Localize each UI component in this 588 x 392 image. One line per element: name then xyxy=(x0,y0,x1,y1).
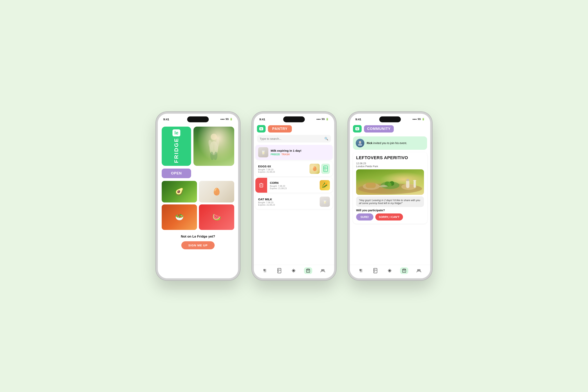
nav-utensils-2[interactable] xyxy=(261,267,269,274)
status-icons-3: ●●● 5G 🔋 xyxy=(412,118,425,120)
avocado-cell: 🥑 xyxy=(162,181,197,202)
watermelon-cell: 🍉 xyxy=(199,204,234,230)
status-icons-1: ●●● 5G 🔋 xyxy=(220,118,233,120)
community-content: Rick invited you to join his event. LEFT… xyxy=(350,135,430,265)
open-button[interactable]: OPEN xyxy=(162,168,191,178)
phones-container: 9:41 ●●● 5G 🔋 le FRIDGE xyxy=(156,112,432,280)
sorry-button[interactable]: SORRY, I CAN'T xyxy=(375,214,403,220)
open-button-row: OPEN xyxy=(162,168,234,178)
search-bar[interactable]: 🔍 xyxy=(257,135,331,142)
avatar-inner xyxy=(356,139,364,148)
notif-message: invited you to join his event. xyxy=(373,142,407,145)
network-1: 5G xyxy=(226,118,229,120)
nav-community-3[interactable] xyxy=(414,268,423,274)
nav-utensils-3[interactable] xyxy=(357,267,365,274)
food-table-illustration xyxy=(356,169,424,195)
phone2-header: le PANTRY xyxy=(254,124,334,135)
logo-le-badge: le xyxy=(172,129,180,136)
notification-card: Rick invited you to join his event. xyxy=(353,136,427,150)
bowl-cell: 🥗 xyxy=(162,204,197,230)
community-icon-2 xyxy=(320,269,325,273)
sign-me-up-button[interactable]: SIGN ME UP xyxy=(181,241,214,249)
battery-3: 🔋 xyxy=(422,118,425,120)
dynamic-island-1 xyxy=(187,116,209,122)
nav-community-2[interactable] xyxy=(318,268,327,274)
svg-point-55 xyxy=(419,270,420,271)
oatmilk-item: OAT MILK Bought: 7.08.23Expires: 21.08.2… xyxy=(256,194,332,209)
utensils-icon-2 xyxy=(263,268,267,273)
svg-point-0 xyxy=(211,134,217,140)
le-badge-3: le xyxy=(353,125,362,132)
milk-info: Milk expiring in 1 day! FREEZE TRASH xyxy=(271,149,330,156)
svg-rect-17 xyxy=(278,268,281,273)
snowflake-icon-3 xyxy=(388,268,392,273)
phone3-header: le COMMUNITY xyxy=(350,124,430,135)
event-date: 12.08.23 xyxy=(356,162,366,165)
phone-1: 9:41 ●●● 5G 🔋 le FRIDGE xyxy=(156,112,240,280)
phone2-content: le PANTRY 🔍 🥛 Milk expiring in 1 day! xyxy=(254,124,334,278)
milk-item: 🥛 Milk expiring in 1 day! FREEZE TRASH xyxy=(256,145,332,160)
eggs-dates: Bought: 7.08.23Expires: 21.08.23 xyxy=(258,168,307,173)
svg-point-37 xyxy=(388,183,392,186)
milk-actions: FREEZE TRASH xyxy=(271,153,330,156)
corn-main: CORN Bought: 7.08.23Expires: 21.08.23 🌽 xyxy=(267,178,332,193)
logo-le-text: le xyxy=(174,130,178,136)
pantry-list: 🥛 Milk expiring in 1 day! FREEZE TRASH xyxy=(254,145,334,265)
phone-2: 9:41 ●●● 5G 🔋 le PANTRY 🔍 xyxy=(252,112,336,280)
nav-cart-2[interactable] xyxy=(304,267,312,274)
fridge-nav-icon-3 xyxy=(374,268,377,273)
eggs-cell: 🥚 xyxy=(199,181,234,202)
le-text-3: le xyxy=(355,127,359,130)
bottom-nav-2 xyxy=(254,265,334,278)
bottom-nav-3 xyxy=(350,265,430,278)
battery-2: 🔋 xyxy=(326,118,329,120)
oatmilk-dates: Bought: 7.08.23Expires: 21.08.23 xyxy=(258,201,317,206)
corn-name: CORN xyxy=(270,181,287,184)
oatmilk-info: OAT MILK Bought: 7.08.23Expires: 21.08.2… xyxy=(258,198,317,206)
logo-fridge-text: FRIDGE xyxy=(173,138,180,163)
event-card: LEFTOVERS APERITIVO 12.08.23 London Fiel… xyxy=(353,152,427,224)
phone1-footer: Not on Le Fridge yet? SIGN ME UP xyxy=(162,233,234,252)
event-meta: 12.08.23 London Fields Park xyxy=(356,162,424,168)
corn-dates: Bought: 7.08.23Expires: 21.08.23 xyxy=(270,185,287,190)
svg-rect-6 xyxy=(324,166,328,172)
corn-delete-button[interactable] xyxy=(256,178,267,193)
svg-rect-45 xyxy=(374,268,377,273)
nav-snowflake-2[interactable] xyxy=(290,267,298,274)
nav-fridge-2[interactable] xyxy=(276,267,283,274)
nav-snowflake-3[interactable] xyxy=(386,267,394,274)
fridge-svg-icon xyxy=(324,166,328,172)
dynamic-island-2 xyxy=(283,116,305,122)
eggs-right: 🥚 xyxy=(310,164,330,174)
utensils-icon-3 xyxy=(359,268,363,273)
notif-username: Rick xyxy=(367,142,372,145)
trash-button[interactable]: TRASH xyxy=(282,153,290,156)
freeze-button[interactable]: FREEZE xyxy=(271,153,280,156)
hero-photo xyxy=(194,126,234,166)
le-badge-2: le xyxy=(257,125,266,132)
svg-point-54 xyxy=(418,270,419,271)
corn-item: CORN Bought: 7.08.23Expires: 21.08.23 🌽 xyxy=(256,178,332,193)
event-location: London Fields Park xyxy=(356,165,378,168)
notification-text: Rick invited you to join his event. xyxy=(367,142,407,145)
svg-rect-41 xyxy=(414,181,416,188)
fridge-nav-icon-2 xyxy=(277,268,281,273)
nav-fridge-3[interactable] xyxy=(372,267,379,274)
nav-cart-3[interactable] xyxy=(400,267,408,274)
phone1-top-section: le FRIDGE xyxy=(162,126,234,166)
svg-point-26 xyxy=(322,270,323,271)
search-input[interactable] xyxy=(260,137,323,140)
snowflake-icon-2 xyxy=(292,268,296,273)
participate-question: Will you participate? xyxy=(356,208,424,212)
svg-rect-40 xyxy=(406,179,409,181)
eggs-info: EGGS 6X Bought: 7.08.23Expires: 21.08.23 xyxy=(258,165,307,173)
cart-icon-3 xyxy=(402,268,406,273)
participate-buttons: SURE! SORRY, I CAN'T xyxy=(356,214,424,220)
community-icon-3 xyxy=(416,269,421,273)
event-quote: "Hey guys! Leaving in 2 days! I'd like t… xyxy=(356,196,424,207)
pantry-label[interactable]: PANTRY xyxy=(268,125,292,132)
sure-button[interactable]: SURE! xyxy=(356,214,374,220)
trash-icon xyxy=(259,183,264,188)
community-label[interactable]: COMMUNITY xyxy=(364,125,394,132)
phone-3: 9:41 ●●● 5G 🔋 le COMMUNITY xyxy=(348,112,432,280)
